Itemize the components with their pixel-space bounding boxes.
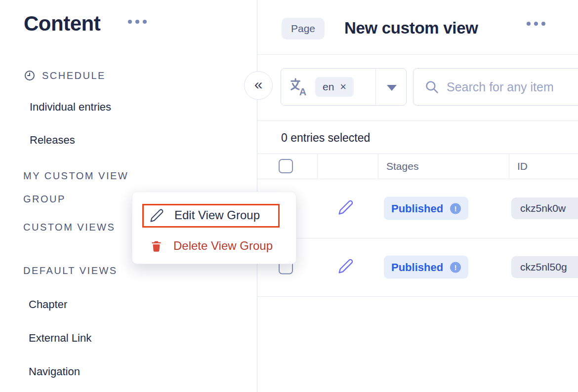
sidebar-item-releases[interactable]: Releases	[30, 134, 75, 147]
sidebar-title: Content	[24, 12, 100, 36]
dropdown-caret-icon[interactable]	[387, 85, 397, 91]
info-icon[interactable]: !	[450, 262, 461, 273]
entry-id-chip: ckz5nl50g	[511, 256, 578, 278]
filter-inner-divider	[375, 69, 376, 105]
view-group-context-menu: Edit View Group Delete View Group	[132, 192, 296, 264]
sidebar-section-schedule[interactable]: SCHEDULE	[24, 70, 106, 81]
stage-badge[interactable]: Published !	[384, 197, 468, 220]
selection-status: 0 entries selected	[281, 131, 370, 145]
sidebar-item-external-link[interactable]: External Link	[29, 332, 91, 345]
schedule-label: SCHEDULE	[42, 70, 106, 81]
delete-view-group-label: Delete View Group	[173, 239, 273, 253]
entry-id-chip: ckz5nk0w	[511, 197, 578, 219]
language-filter[interactable]: A en ×	[281, 68, 407, 106]
translate-icon: A	[289, 77, 308, 97]
filter-bottom-divider	[257, 120, 578, 121]
sidebar-section-default-views: DEFAULT VIEWS	[23, 265, 118, 276]
edit-view-group-label: Edit View Group	[174, 208, 260, 222]
clock-icon	[24, 70, 36, 81]
table-row: Published ! ckz5nk0w	[257, 179, 578, 238]
header-divider	[257, 54, 578, 55]
table-top-divider	[257, 154, 578, 154]
sidebar-item-chapter[interactable]: Chapter	[29, 298, 67, 311]
column-header-id: ID	[517, 160, 528, 172]
row-divider	[257, 296, 578, 297]
column-divider	[317, 154, 318, 179]
search-icon	[424, 79, 440, 95]
search-box[interactable]	[413, 68, 578, 106]
column-header-stages: Stages	[386, 160, 418, 172]
language-tag-chip: en ×	[315, 77, 354, 97]
pencil-icon	[338, 199, 354, 215]
content-menu-button[interactable]	[128, 20, 147, 24]
view-menu-button[interactable]	[527, 22, 545, 26]
column-divider	[378, 154, 378, 179]
view-title: New custom view	[344, 19, 478, 38]
search-input[interactable]	[446, 79, 569, 95]
stage-label: Published	[391, 261, 443, 274]
model-type-badge: Page	[282, 18, 325, 39]
sidebar-item-individual-entries[interactable]: Individual entries	[30, 101, 111, 114]
table-row: Published ! ckz5nl50g	[257, 238, 578, 296]
menu-item-edit-view-group[interactable]: Edit View Group	[132, 201, 296, 229]
double-chevron-left-icon: «	[254, 77, 263, 92]
app-frame: Content SCHEDULE Individual entries Rele…	[0, 0, 578, 392]
stage-label: Published	[391, 202, 443, 215]
edit-entry-button[interactable]	[338, 258, 354, 276]
ellipsis-icon	[128, 20, 132, 24]
svg-text:A: A	[299, 86, 306, 97]
language-tag-label: en	[323, 81, 334, 93]
info-icon[interactable]: !	[450, 203, 461, 214]
menu-item-delete-view-group[interactable]: Delete View Group	[132, 232, 296, 260]
column-divider	[509, 154, 509, 179]
sidebar-section-custom-views: CUSTOM VIEWS	[23, 222, 115, 233]
trash-icon	[150, 239, 163, 253]
collapse-sidebar-button[interactable]: «	[244, 71, 273, 100]
pencil-icon	[150, 208, 164, 223]
ellipsis-icon	[527, 22, 531, 26]
edit-entry-button[interactable]	[338, 199, 354, 217]
pencil-icon	[338, 258, 354, 274]
select-all-checkbox[interactable]	[279, 159, 293, 173]
remove-language-button[interactable]: ×	[340, 80, 346, 93]
sidebar-item-navigation[interactable]: Navigation	[29, 365, 80, 378]
stage-badge[interactable]: Published !	[384, 256, 468, 279]
